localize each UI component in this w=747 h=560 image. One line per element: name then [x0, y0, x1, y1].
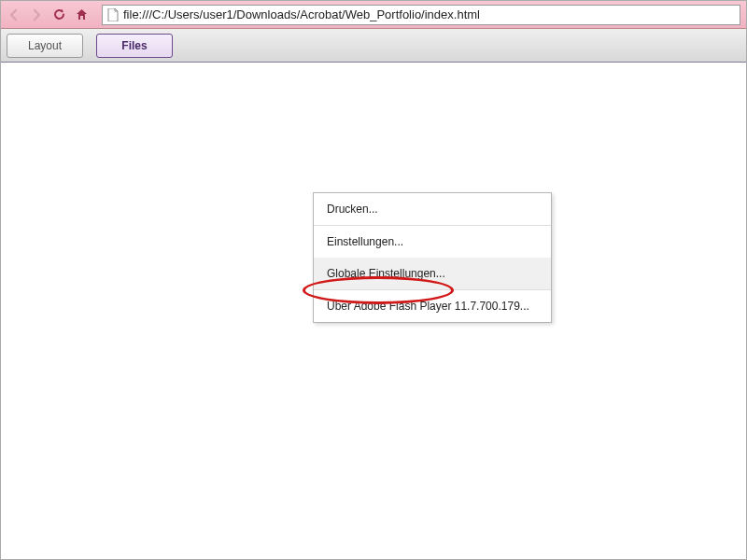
address-bar[interactable]: file:///C:/Users/user1/Downloads/Acrobat…: [102, 5, 740, 25]
files-button[interactable]: Files: [96, 34, 173, 58]
menu-item-global-settings[interactable]: Globale Einstellungen...: [314, 258, 551, 289]
document-icon: [106, 8, 120, 21]
menu-item-label: Über Adobe Flash Player 11.7.700.179...: [327, 300, 529, 313]
menu-item-label: Drucken...: [327, 203, 378, 216]
menu-item-label: Einstellungen...: [327, 235, 403, 248]
back-icon[interactable]: [7, 7, 21, 22]
home-icon[interactable]: [74, 7, 89, 22]
url-text: file:///C:/Users/user1/Downloads/Acrobat…: [123, 7, 480, 21]
content-area: Drucken... Einstellungen... Globale Eins…: [1, 63, 746, 560]
menu-item-label: Globale Einstellungen...: [327, 267, 445, 280]
menu-item-settings[interactable]: Einstellungen...: [314, 226, 551, 258]
flash-context-menu: Drucken... Einstellungen... Globale Eins…: [313, 192, 552, 323]
layout-button-label: Layout: [28, 39, 62, 52]
app-toolbar: Layout Files: [1, 29, 746, 63]
layout-button[interactable]: Layout: [7, 34, 83, 58]
browser-nav-toolbar: file:///C:/Users/user1/Downloads/Acrobat…: [1, 1, 746, 29]
reload-icon[interactable]: [51, 7, 66, 22]
menu-item-print[interactable]: Drucken...: [314, 193, 551, 225]
files-button-label: Files: [121, 39, 147, 52]
forward-icon[interactable]: [29, 7, 44, 22]
menu-item-about-flash[interactable]: Über Adobe Flash Player 11.7.700.179...: [314, 290, 551, 322]
